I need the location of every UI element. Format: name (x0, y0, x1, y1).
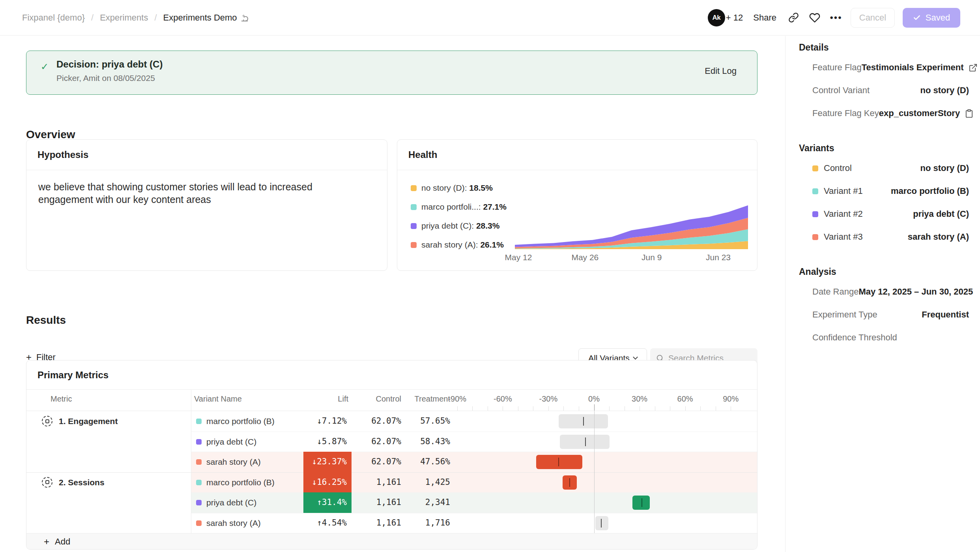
microscope-icon (240, 13, 249, 22)
lift-point-marker (641, 498, 642, 507)
row-tint (191, 472, 757, 493)
saved-button[interactable]: Saved (903, 8, 960, 28)
breadcrumb-item[interactable]: Fixpanel {demo} (22, 13, 85, 23)
lift-value: ↓7.12% (303, 411, 352, 432)
x-axis-label: May 12 (501, 253, 536, 262)
decision-title: Decision: priya debt (C) (56, 59, 737, 70)
variant-color-dot (196, 419, 202, 424)
control-value: 1,161 (352, 492, 405, 513)
variant-row: Variant #1marco portfolio (B) (799, 180, 969, 203)
decision-check-icon: ✓ (41, 61, 49, 72)
breadcrumb-item[interactable]: Experiments (100, 13, 148, 23)
analysis-value: Frequentist (922, 310, 969, 320)
treatment-value: 58.43% (405, 432, 454, 452)
health-stacked-area-chart (515, 205, 752, 250)
confidence-interval-bar (595, 516, 608, 530)
analysis-section: Analysis Date RangeMay 12, 2025 – Jun 30… (799, 267, 969, 349)
primary-metrics-title: Primary Metrics (26, 360, 757, 390)
analysis-label: Date Range (812, 287, 858, 297)
metric-row: priya debt (C)↑31.4%1,1612,341 (26, 492, 757, 513)
add-metric-button[interactable]: + Add (26, 533, 757, 550)
x-axis-label: Jun 9 (634, 253, 670, 262)
link-icon[interactable] (787, 11, 800, 24)
variant-name: sarah story (A) (206, 518, 261, 528)
analysis-title: Analysis (799, 267, 969, 277)
health-card: Health no story (D): 18.5%marco portfoli… (397, 139, 757, 271)
favorite-heart-icon[interactable] (808, 11, 821, 24)
variant-color-dot (196, 500, 202, 505)
variant-value: no story (D) (920, 163, 969, 173)
legend-item: priya debt (C): 28.3% (411, 216, 507, 235)
lift-point-marker (585, 437, 586, 446)
primary-metrics-header: MetricVariant NameLiftControlTreatment-9… (26, 390, 757, 411)
lift-value: ↑4.54% (303, 513, 352, 533)
treatment-value: 1,716 (405, 513, 454, 533)
more-options-icon[interactable]: ••• (829, 11, 843, 24)
variant-row: Variant #2priya debt (C) (799, 203, 969, 225)
control-value: 62.07% (352, 432, 405, 452)
treatment-value: 1,425 (405, 472, 454, 493)
col-header-control: Control (352, 394, 401, 404)
metric-name: 1. Engagement (59, 417, 118, 426)
share-button[interactable]: Share (753, 13, 776, 23)
analysis-row: Experiment TypeFrequentist (799, 303, 969, 326)
primary-metrics-card: Primary Metrics MetricVariant NameLiftCo… (26, 360, 757, 550)
avatar[interactable]: Ak (708, 9, 725, 26)
edit-log-button[interactable]: Edit Log (705, 66, 737, 76)
health-title: Health (397, 140, 757, 170)
lift-value: ↓16.25% (303, 472, 352, 493)
results-heading: Results (26, 314, 66, 327)
external-link-icon[interactable] (969, 63, 978, 72)
avatar-count[interactable]: + 12 (726, 13, 743, 23)
hypothesis-card: Hypothesis we believe that showing custo… (26, 139, 387, 271)
right-sidebar: Details Feature FlagTestimonials Experim… (785, 36, 980, 552)
details-section: Details Feature FlagTestimonials Experim… (799, 42, 969, 125)
detail-label: Control Variant (812, 85, 870, 96)
axis-tick (640, 406, 640, 411)
health-legend: no story (D): 18.5%marco portfoli...: 27… (411, 178, 507, 254)
control-value: 1,161 (352, 472, 405, 493)
variant-label: Variant #3 (812, 232, 863, 242)
main-content: ✓ Decision: priya debt (C) Picker, Amit … (0, 36, 785, 552)
hypothesis-title: Hypothesis (26, 140, 387, 170)
detail-row: Feature FlagTestimonials Experiment (799, 56, 969, 79)
variant-value: priya debt (C) (913, 209, 969, 219)
divider (191, 432, 757, 432)
x-axis-label: May 26 (567, 253, 603, 262)
axis-label: 0% (578, 394, 610, 404)
variant-color-dot (196, 480, 202, 485)
cancel-button[interactable]: Cancel (851, 8, 895, 28)
copy-icon[interactable] (965, 109, 974, 118)
divider (191, 513, 757, 513)
check-icon (913, 14, 921, 22)
metric-row: priya debt (C)↓5.87%62.07%58.43% (26, 432, 757, 452)
topbar-actions: Ak + 12 Share ••• Cancel Saved (708, 8, 960, 28)
axis-tick (716, 406, 716, 411)
divider (191, 452, 757, 452)
axis-tick (731, 406, 731, 411)
decision-meta: Picker, Amit on 08/05/2025 (56, 73, 737, 83)
variant-value: sarah story (A) (908, 232, 969, 242)
detail-value: no story (D) (920, 85, 969, 96)
details-title: Details (799, 42, 969, 53)
variant-color-dot (196, 439, 202, 445)
variant-name: priya debt (C) (206, 437, 256, 447)
hypothesis-body: we believe that showing customer stories… (26, 170, 374, 216)
divider (191, 492, 757, 493)
legend-item: marco portfoli...: 27.1% (411, 197, 507, 216)
analysis-value: May 12, 2025 – Jun 30, 2025 (858, 287, 973, 297)
control-value: 62.07% (352, 411, 405, 432)
lift-point-marker (601, 519, 602, 528)
axis-tick (533, 406, 533, 411)
analysis-row: Date RangeMay 12, 2025 – Jun 30, 2025 (799, 280, 969, 303)
legend-swatch (411, 242, 417, 248)
axis-tick (472, 406, 473, 411)
x-axis-label: Jun 23 (701, 253, 736, 262)
breadcrumb-item[interactable]: Experiments Demo (163, 13, 249, 23)
axis-tick (563, 406, 564, 411)
legend-swatch (411, 223, 417, 229)
control-value: 62.07% (352, 452, 405, 472)
variant-name: priya debt (C) (206, 498, 256, 507)
primary-metrics-rows: 1. Engagementmarco portfolio (B)↓7.12%62… (26, 411, 757, 533)
axis-tick (548, 406, 549, 411)
